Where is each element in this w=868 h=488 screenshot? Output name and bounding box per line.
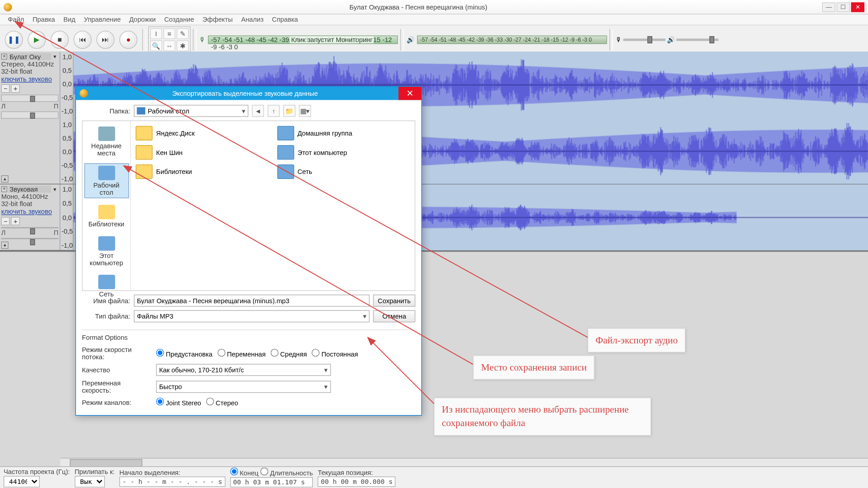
bitrate-preset-radio[interactable]: Предустановка <box>156 348 212 357</box>
menu-generate[interactable]: Создание <box>160 14 198 25</box>
bitrate-constant-radio[interactable]: Постоянная <box>312 348 358 357</box>
place-libraries[interactable]: Библиотеки <box>84 203 129 230</box>
filetype-label: Тип файла: <box>82 313 130 320</box>
annotation-file-extension: Из ниспадающего меню выбрать расширение … <box>434 398 651 436</box>
filename-input[interactable] <box>134 295 369 307</box>
menu-transport[interactable]: Управление <box>80 14 125 25</box>
audio-position-field[interactable]: 00 h 00 m 00.000 s <box>318 476 396 487</box>
save-button[interactable]: Сохранить <box>373 295 415 307</box>
rec-meter-icon: 🎙 <box>199 36 206 43</box>
window-title: Булат Окуджава - Песня верещагина (minus… <box>16 3 821 10</box>
menu-effect[interactable]: Эффекты <box>198 14 237 25</box>
places-panel: Недавние места Рабочий стол Библиотеки Э… <box>83 121 131 291</box>
folder-item[interactable]: Домашняя группа <box>276 125 411 141</box>
folder-item[interactable]: Этот компьютер <box>276 144 411 161</box>
dialog-close-button[interactable]: ✕ <box>398 87 421 100</box>
folder-icon <box>136 126 152 141</box>
track-gain-slider[interactable] <box>1 227 59 229</box>
track-mute-link[interactable]: ключить звуково <box>1 208 59 215</box>
track-gain-slider[interactable] <box>1 94 59 102</box>
recent-icon <box>98 127 115 141</box>
audio-position-label: Текущая позиция: <box>318 469 396 476</box>
annotation-file-export: Файл-экспорт аудио <box>588 328 685 353</box>
file-list[interactable]: Яндекс.Диск Домашняя группа Кен Шин Этот… <box>131 121 415 291</box>
close-button[interactable]: ✕ <box>851 2 864 12</box>
snap-select[interactable]: Выкл <box>75 476 105 487</box>
menu-file[interactable]: Файл <box>4 14 28 25</box>
minimize-button[interactable]: — <box>822 2 835 12</box>
mic-volume-slider[interactable] <box>623 38 665 41</box>
vbr-speed-select[interactable]: Быстро <box>156 381 331 393</box>
menu-help[interactable]: Справка <box>268 14 302 25</box>
recording-meter[interactable]: -57 -54 -51 -48 -45 -42 -39 -36 -33 -30 … <box>208 36 398 44</box>
selection-end-radio[interactable]: Конец <box>230 469 259 477</box>
playback-meter[interactable]: -57 -54 -51 -48 -45 -42 -39 -36 -33 -30 … <box>417 36 607 44</box>
export-audio-dialog: Экспортировать выделенные звуковые данны… <box>75 86 422 416</box>
homegroup-icon <box>277 126 294 141</box>
maximize-button[interactable]: ☐ <box>837 2 850 12</box>
place-recent[interactable]: Недавние места <box>84 125 129 159</box>
track-gain-minus[interactable]: − <box>1 217 10 225</box>
track-gain-plus[interactable]: + <box>11 84 20 93</box>
track-pan-slider[interactable] <box>1 112 59 119</box>
back-button[interactable]: ◄ <box>252 105 264 117</box>
place-desktop[interactable]: Рабочий стол <box>84 163 129 198</box>
menu-view[interactable]: Вид <box>59 14 80 25</box>
multi-tool[interactable]: ✱ <box>177 40 189 51</box>
titlebar: Булат Окуджава - Песня верещагина (minus… <box>0 0 868 14</box>
menu-tracks[interactable]: Дорожки <box>125 14 160 25</box>
channel-stereo-radio[interactable]: Стерео <box>206 398 238 407</box>
track-close-button[interactable]: × <box>1 54 7 60</box>
draw-tool[interactable]: ✎ <box>177 28 189 39</box>
track-gain-plus[interactable]: + <box>11 217 20 225</box>
folder-item[interactable]: Библиотеки <box>134 163 269 180</box>
track-menu-button[interactable]: ▼ <box>52 187 58 192</box>
folder-item[interactable]: Сеть <box>276 163 411 180</box>
bitrate-variable-radio[interactable]: Переменная <box>217 348 266 357</box>
up-button[interactable]: ↑ <box>268 105 280 117</box>
track-mute-link[interactable]: ключить звуково <box>1 75 59 83</box>
track-name[interactable]: Звуковая <box>9 186 52 193</box>
format-options-label: Format Options <box>82 334 415 341</box>
app-icon <box>4 3 12 11</box>
libraries-icon <box>136 164 152 179</box>
zoom-tool[interactable]: 🔍 <box>150 40 162 51</box>
track-name[interactable]: Булат Оку <box>9 53 52 60</box>
menu-analyze[interactable]: Анализ <box>237 14 268 25</box>
desktop-icon <box>98 166 115 180</box>
quality-select[interactable]: Как обычно, 170-210 Кбит/с <box>156 364 331 376</box>
bitrate-average-radio[interactable]: Средняя <box>270 348 307 357</box>
cancel-button[interactable]: Отмена <box>373 310 415 323</box>
channel-joint-radio[interactable]: Joint Stereo <box>156 398 201 407</box>
selection-length-radio[interactable]: Длительность <box>260 469 313 477</box>
folder-item[interactable]: Кен Шин <box>134 144 269 161</box>
track-gain-minus[interactable]: − <box>1 84 10 93</box>
selection-start-field[interactable]: - - h - - m - - . - - - s <box>119 476 225 487</box>
track-menu-button[interactable]: ▼ <box>52 54 58 59</box>
skip-start-button[interactable]: ⏮ <box>74 31 92 49</box>
selection-end-field[interactable]: 00 h 03 m 01.107 s <box>230 477 313 488</box>
folder-combo[interactable]: Рабочий стол <box>134 105 248 117</box>
view-menu-button[interactable]: ▦▾ <box>299 105 311 117</box>
track-collapse-button[interactable]: ▴ <box>1 175 9 183</box>
vbr-speed-label: Переменная скорость: <box>82 380 151 394</box>
envelope-tool[interactable]: ≡ <box>163 28 175 39</box>
place-computer[interactable]: Этот компьютер <box>84 235 129 268</box>
track-pan-slider[interactable] <box>1 238 59 239</box>
play-button[interactable]: ▶ <box>28 31 46 49</box>
skip-end-button[interactable]: ⏭ <box>96 31 114 49</box>
track-collapse-button[interactable]: ▴ <box>1 242 9 249</box>
speaker-volume-slider[interactable] <box>676 38 718 41</box>
selection-tool[interactable]: I <box>150 28 162 39</box>
project-rate-select[interactable]: 44100 <box>4 476 40 487</box>
track-close-button[interactable]: × <box>1 186 7 192</box>
pause-button[interactable]: ❚❚ <box>5 31 23 49</box>
record-button[interactable]: ● <box>119 31 137 49</box>
stop-button[interactable]: ■ <box>51 31 69 49</box>
quality-label: Качество <box>82 366 151 374</box>
timeshift-tool[interactable]: ↔ <box>163 40 175 51</box>
menu-edit[interactable]: Правка <box>28 14 59 25</box>
new-folder-button[interactable]: 📁 <box>283 105 296 117</box>
filetype-combo[interactable]: Файлы MP3 <box>134 310 369 323</box>
folder-item[interactable]: Яндекс.Диск <box>134 125 269 141</box>
